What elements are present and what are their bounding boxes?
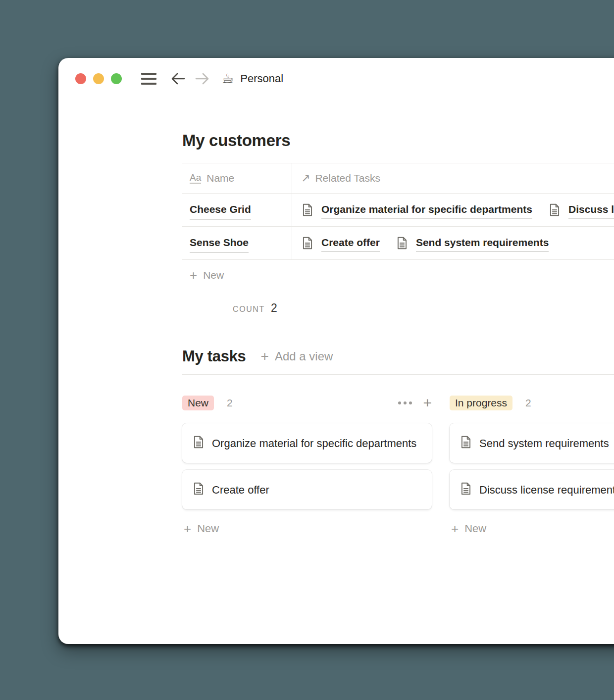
document-icon	[301, 203, 314, 217]
document-icon	[301, 236, 314, 250]
column-add-card-icon[interactable]: +	[423, 396, 432, 410]
related-task-link[interactable]: Send system requirements	[396, 233, 549, 253]
close-window-button[interactable]	[75, 73, 86, 84]
document-icon	[460, 435, 472, 449]
task-card-label: Create offer	[212, 484, 269, 496]
breadcrumb[interactable]: ☕ Personal	[222, 72, 283, 86]
page-breadcrumb-label: Personal	[240, 72, 283, 85]
document-icon	[192, 482, 205, 496]
column-header-label: Name	[206, 172, 234, 184]
table-cell-name: Cheese Grid	[182, 194, 292, 226]
related-task-label: Create offer	[321, 234, 380, 252]
new-card-label: New	[464, 522, 486, 535]
add-view-label: Add a view	[275, 350, 333, 363]
table-cell-name: Sense Shoe	[182, 227, 292, 259]
table-count-aggregate[interactable]: COUNT 2	[233, 301, 614, 315]
task-card-label: Send system requirements	[479, 437, 609, 450]
related-task-link[interactable]: Discuss license requirements	[548, 200, 614, 220]
related-task-label: Send system requirements	[416, 234, 549, 252]
task-card-label: Discuss license requirements	[479, 484, 614, 496]
plus-icon: +	[451, 522, 459, 535]
column-card-count: 2	[227, 397, 233, 409]
table-new-row-button[interactable]: + New	[182, 260, 614, 291]
kanban-column: In progress 2 + Send system requirements…	[450, 394, 614, 535]
document-icon	[396, 236, 409, 250]
table-cell-related-tasks: Create offer Send system requirements	[292, 227, 614, 259]
column-new-card-button[interactable]: + New	[182, 522, 432, 535]
task-card[interactable]: Discuss license requirements	[450, 470, 614, 509]
relation-arrow-icon: ↗	[301, 172, 310, 185]
related-task-link[interactable]: Organize material for specific departmen…	[301, 200, 532, 220]
kanban-column-header: In progress 2 +	[450, 394, 614, 412]
section-divider	[182, 374, 614, 375]
plus-icon: +	[184, 522, 191, 535]
related-task-label: Organize material for specific departmen…	[321, 201, 532, 219]
customers-table: Aa Name ↗ Related Tasks Cheese Grid Orga…	[182, 163, 614, 291]
new-card-label: New	[197, 522, 219, 535]
task-card[interactable]: Create offer	[182, 470, 432, 509]
app-window: ☕ Personal My customers Aa Name ↗ Relate…	[58, 58, 614, 644]
column-header-label: Related Tasks	[315, 172, 380, 184]
kanban-column-header: New 2 +	[182, 394, 432, 412]
column-card-count: 2	[525, 397, 531, 409]
column-header-related-tasks[interactable]: ↗ Related Tasks	[292, 163, 614, 193]
customers-section-title: My customers	[182, 131, 614, 150]
column-more-icon[interactable]	[396, 400, 414, 406]
sidebar-toggle-icon[interactable]	[141, 73, 156, 85]
related-task-label: Discuss license requirements	[568, 201, 614, 219]
document-icon	[192, 435, 205, 449]
status-badge[interactable]: In progress	[450, 396, 512, 410]
kanban-column: New 2 + Organize material for specific d…	[182, 394, 432, 535]
plus-icon: +	[190, 269, 197, 282]
table-cell-related-tasks: Organize material for specific departmen…	[292, 194, 614, 226]
table-row: Cheese Grid Organize material for specif…	[182, 194, 614, 227]
kanban-cards: Organize material for specific departmen…	[182, 423, 432, 509]
plus-icon: +	[261, 350, 269, 363]
column-header-name[interactable]: Aa Name	[182, 163, 292, 193]
kanban-board: New 2 + Organize material for specific d…	[182, 394, 614, 535]
column-new-card-button[interactable]: + New	[450, 522, 614, 535]
table-row: Sense Shoe Create offer Send system requ…	[182, 227, 614, 260]
page-emoji-icon: ☕	[222, 72, 234, 86]
window-titlebar: ☕ Personal	[58, 58, 614, 100]
add-view-button[interactable]: + Add a view	[261, 350, 333, 363]
minimize-window-button[interactable]	[93, 73, 104, 84]
forward-arrow-icon[interactable]	[194, 72, 210, 86]
new-row-label: New	[203, 269, 224, 281]
task-card[interactable]: Send system requirements	[450, 423, 614, 463]
document-icon	[460, 482, 472, 496]
customer-name-link[interactable]: Sense Shoe	[190, 233, 249, 253]
zoom-window-button[interactable]	[111, 73, 122, 84]
count-value: 2	[271, 301, 277, 315]
task-card-label: Organize material for specific departmen…	[212, 437, 416, 450]
text-property-icon: Aa	[190, 173, 201, 184]
back-arrow-icon[interactable]	[170, 72, 186, 86]
related-task-link[interactable]: Create offer	[301, 233, 380, 253]
status-badge[interactable]: New	[182, 396, 214, 410]
tasks-section-title: My tasks	[182, 348, 246, 365]
table-header-row: Aa Name ↗ Related Tasks	[182, 163, 614, 194]
document-icon	[548, 203, 561, 217]
task-card[interactable]: Organize material for specific departmen…	[182, 423, 432, 463]
tasks-section-header: My tasks + Add a view	[182, 348, 614, 365]
count-label: COUNT	[233, 305, 265, 314]
customer-name-link[interactable]: Cheese Grid	[190, 200, 251, 220]
kanban-cards: Send system requirements Discuss license…	[450, 423, 614, 509]
